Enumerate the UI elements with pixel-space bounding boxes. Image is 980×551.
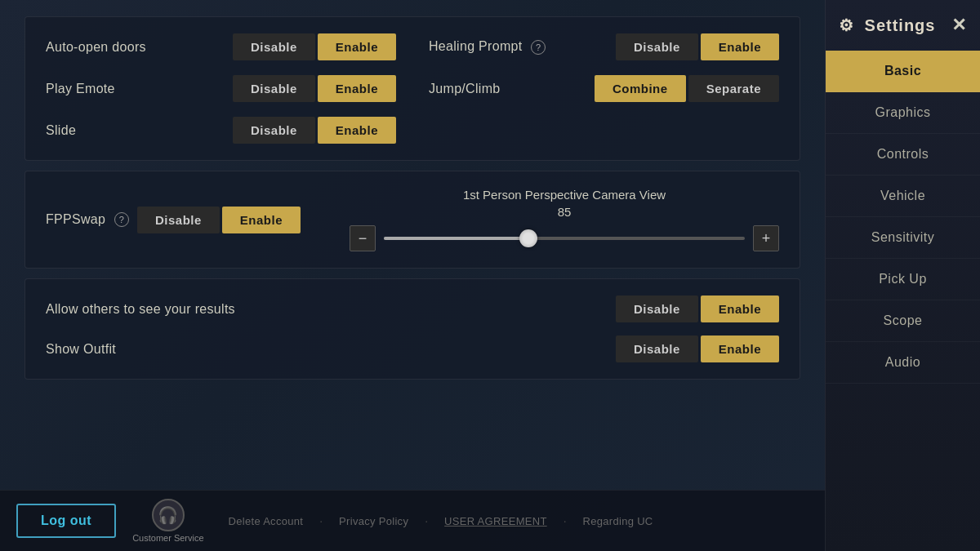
- show-outfit-enable-btn[interactable]: Enable: [701, 335, 779, 362]
- camera-view-value: 85: [558, 205, 572, 219]
- footer: Log out 🎧 Customer Service Delete Accoun…: [0, 490, 825, 551]
- slider-decrease-btn[interactable]: −: [350, 225, 376, 251]
- sidebar-item-graphics[interactable]: Graphics: [826, 92, 980, 134]
- play-emote-enable-btn[interactable]: Enable: [318, 75, 396, 102]
- setting-auto-open-doors: Auto-open doors Disable Enable: [46, 33, 396, 60]
- healing-prompt-help-icon[interactable]: ?: [531, 40, 546, 55]
- fpp-swap-enable-btn[interactable]: Enable: [222, 207, 301, 233]
- auto-open-doors-enable-btn[interactable]: Enable: [318, 33, 396, 60]
- play-emote-disable-btn[interactable]: Disable: [233, 75, 315, 102]
- settings-gear-icon: ⚙: [839, 16, 854, 34]
- slider-fill: [384, 237, 528, 240]
- slide-enable-btn[interactable]: Enable: [318, 117, 396, 144]
- sidebar-title-group: ⚙ Settings: [839, 16, 935, 35]
- slide-disable-btn[interactable]: Disable: [233, 117, 315, 144]
- fpp-swap-toggle: Disable Enable: [137, 207, 301, 233]
- slide-toggle: Disable Enable: [233, 117, 396, 144]
- footer-links: Delete Account · Privacy Policy · USER A…: [229, 514, 653, 527]
- slider-track[interactable]: [384, 237, 745, 240]
- sidebar-item-basic[interactable]: Basic: [826, 51, 980, 92]
- setting-allow-results: Allow others to see your results Disable…: [46, 295, 779, 322]
- setting-show-outfit: Show Outfit Disable Enable: [46, 335, 779, 362]
- auto-open-doors-toggle: Disable Enable: [233, 33, 396, 60]
- setting-jump-climb: Jump/Climb Combine Separate: [429, 75, 779, 102]
- section-fpp: FPPSwap ? Disable Enable 1st Person Pers…: [24, 171, 800, 269]
- jump-climb-toggle: Combine Separate: [595, 75, 779, 102]
- fpp-swap-label: FPPSwap ?: [46, 212, 129, 228]
- main-content: Auto-open doors Disable Enable Healing P…: [0, 0, 825, 551]
- setting-play-emote: Play Emote Disable Enable: [46, 75, 396, 102]
- close-button[interactable]: ✕: [951, 15, 967, 36]
- play-emote-toggle: Disable Enable: [233, 75, 396, 102]
- jump-climb-combine-btn[interactable]: Combine: [595, 75, 686, 102]
- fpp-swap-help-icon[interactable]: ?: [114, 212, 129, 227]
- sidebar: ⚙ Settings ✕ Basic Graphics Controls Veh…: [825, 0, 980, 551]
- jump-climb-label: Jump/Climb: [429, 82, 500, 96]
- healing-prompt-disable-btn[interactable]: Disable: [616, 33, 698, 60]
- sidebar-item-audio[interactable]: Audio: [826, 342, 980, 384]
- privacy-policy-link[interactable]: Privacy Policy: [339, 515, 408, 527]
- sidebar-item-sensitivity[interactable]: Sensitivity: [826, 217, 980, 259]
- slider-increase-btn[interactable]: +: [753, 225, 779, 251]
- sidebar-item-pickup[interactable]: Pick Up: [826, 259, 980, 300]
- sidebar-header: ⚙ Settings ✕: [826, 0, 980, 51]
- auto-open-doors-disable-btn[interactable]: Disable: [233, 33, 315, 60]
- healing-prompt-enable-btn[interactable]: Enable: [701, 33, 779, 60]
- fpp-swap-disable-btn[interactable]: Disable: [137, 207, 220, 233]
- healing-prompt-label: Healing Prompt ?: [429, 39, 546, 55]
- allow-results-disable-btn[interactable]: Disable: [616, 295, 698, 322]
- setting-healing-prompt: Healing Prompt ? Disable Enable: [429, 33, 779, 60]
- delete-account-link[interactable]: Delete Account: [229, 515, 304, 527]
- regarding-uc-link[interactable]: Regarding UC: [583, 515, 653, 527]
- slider-thumb[interactable]: [519, 229, 537, 247]
- allow-results-label: Allow others to see your results: [46, 302, 235, 317]
- sidebar-item-scope[interactable]: Scope: [826, 300, 980, 342]
- show-outfit-toggle: Disable Enable: [616, 335, 779, 362]
- section-basic-controls: Auto-open doors Disable Enable Healing P…: [24, 16, 800, 161]
- jump-climb-separate-btn[interactable]: Separate: [688, 75, 779, 102]
- camera-view-group: 1st Person Perspective Camera View 85 − …: [350, 188, 779, 251]
- sidebar-title: Settings: [865, 16, 936, 34]
- customer-service-label: Customer Service: [132, 533, 203, 543]
- sidebar-item-controls[interactable]: Controls: [826, 134, 980, 176]
- slide-label: Slide: [46, 123, 76, 138]
- user-agreement-link[interactable]: USER AGREEMENT: [444, 515, 547, 527]
- camera-view-label: 1st Person Perspective Camera View: [463, 188, 666, 202]
- healing-prompt-toggle: Disable Enable: [616, 33, 779, 60]
- customer-service-icon: 🎧: [152, 499, 185, 531]
- setting-slide: Slide Disable Enable: [46, 117, 396, 144]
- allow-results-toggle: Disable Enable: [616, 295, 779, 322]
- show-outfit-disable-btn[interactable]: Disable: [616, 335, 698, 362]
- sidebar-item-vehicle[interactable]: Vehicle: [826, 176, 980, 217]
- logout-button[interactable]: Log out: [16, 504, 116, 538]
- auto-open-doors-label: Auto-open doors: [46, 40, 146, 55]
- camera-view-slider-container: − +: [350, 225, 779, 251]
- show-outfit-label: Show Outfit: [46, 342, 116, 357]
- fpp-swap-group: FPPSwap ? Disable Enable: [46, 207, 301, 233]
- section-privacy: Allow others to see your results Disable…: [24, 278, 800, 380]
- allow-results-enable-btn[interactable]: Enable: [701, 295, 779, 322]
- play-emote-label: Play Emote: [46, 82, 115, 96]
- customer-service-button[interactable]: 🎧 Customer Service: [132, 499, 203, 543]
